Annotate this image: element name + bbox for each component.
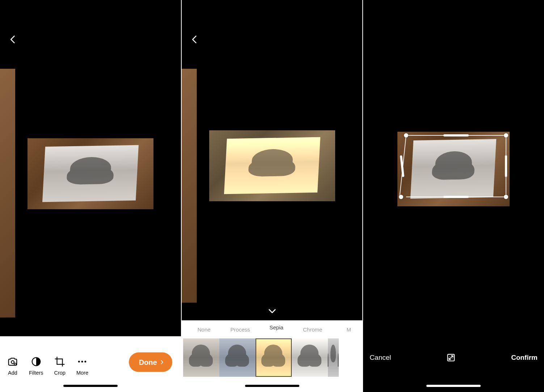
crop-mid-left[interactable] (400, 155, 404, 177)
filter-thumb-chrome[interactable] (292, 338, 328, 377)
tool-label: More (76, 370, 88, 376)
home-indicator[interactable] (245, 385, 299, 387)
filter-option-chrome[interactable]: Chrome (295, 326, 331, 333)
cancel-button[interactable]: Cancel (370, 354, 391, 362)
edit-screen: Add Filters Crop More (0, 0, 181, 392)
filter-thumb-mono[interactable] (328, 338, 339, 377)
svg-point-3 (78, 361, 80, 363)
filters-button[interactable]: Filters (29, 356, 43, 376)
tool-label: Filters (29, 370, 43, 376)
crop-handle-tr[interactable] (504, 133, 508, 138)
add-button[interactable]: Add (7, 356, 18, 376)
collapse-filters-button[interactable] (267, 306, 277, 316)
chevron-right-icon (159, 358, 164, 366)
photo-content (42, 145, 139, 202)
done-button[interactable]: Done (129, 353, 172, 372)
edit-toolbar: Add Filters Crop More (0, 336, 181, 392)
filter-strip: None Process Sepia Chrome M (182, 320, 363, 392)
crop-button[interactable]: Crop (54, 356, 65, 376)
scanned-photo[interactable] (397, 132, 510, 206)
expand-crop-button[interactable] (446, 352, 456, 363)
preview-area (182, 0, 363, 320)
photo-content (224, 137, 320, 194)
scanned-photo[interactable] (209, 130, 335, 201)
preview-area (0, 0, 181, 336)
home-indicator[interactable] (63, 385, 118, 387)
tool-group: Add Filters Crop More (7, 356, 88, 376)
filter-option-sepia[interactable]: Sepia (258, 324, 295, 330)
filter-thumb-none[interactable] (183, 338, 219, 377)
filter-option-process[interactable]: Process (222, 326, 258, 333)
confirm-button[interactable]: Confirm (511, 354, 537, 362)
camera-add-icon (7, 356, 18, 367)
filter-option-none[interactable]: None (186, 326, 222, 333)
svg-point-0 (11, 361, 14, 363)
filters-screen: None Process Sepia Chrome M (181, 0, 363, 392)
tool-label: Add (8, 370, 17, 376)
crop-mid-right[interactable] (505, 155, 507, 177)
photo-content (410, 139, 497, 199)
filter-labels-row: None Process Sepia Chrome M (182, 320, 363, 338)
done-label: Done (139, 358, 157, 366)
prev-photo-sliver[interactable] (182, 69, 197, 320)
crop-handle-bl[interactable] (399, 195, 403, 199)
more-button[interactable]: More (76, 356, 88, 376)
home-indicator[interactable] (426, 385, 481, 387)
crop-handle-br[interactable] (504, 195, 508, 199)
preview-area (363, 0, 544, 338)
filter-thumb-sepia[interactable] (256, 338, 292, 377)
filter-thumbs-row[interactable] (182, 338, 363, 392)
more-icon (77, 356, 88, 367)
svg-point-5 (85, 361, 87, 363)
filter-thumb-process[interactable] (219, 338, 256, 377)
tool-label: Crop (54, 370, 65, 376)
crop-footer: Cancel Confirm (363, 338, 544, 392)
crop-icon (54, 356, 65, 367)
crop-mid-bottom[interactable] (443, 196, 469, 198)
crop-screen: Cancel Confirm (362, 0, 544, 392)
filter-option-mono[interactable]: M (331, 326, 363, 333)
filters-icon (31, 356, 42, 367)
crop-handle-tl[interactable] (404, 133, 408, 138)
crop-mid-top[interactable] (443, 134, 469, 136)
svg-point-4 (81, 361, 83, 363)
scanned-photo[interactable] (28, 138, 153, 209)
prev-photo-sliver[interactable] (0, 69, 15, 336)
